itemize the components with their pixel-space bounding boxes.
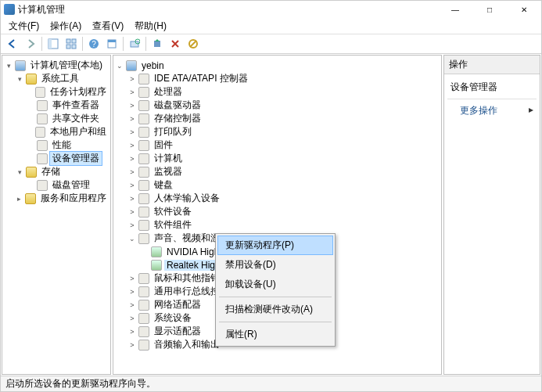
expander-icon[interactable]: ▾ — [15, 74, 24, 84]
separator — [219, 322, 332, 322]
menu-action[interactable]: 操作(A) — [45, 18, 86, 34]
uninstall-button[interactable] — [167, 35, 184, 52]
device-item[interactable]: >监视器 — [115, 165, 440, 178]
expander-icon[interactable]: > — [127, 287, 137, 297]
expander-icon[interactable]: > — [127, 194, 137, 203]
device-item[interactable]: >固件 — [115, 138, 440, 152]
expander-icon[interactable]: > — [127, 141, 137, 150]
device-item[interactable]: >打印队列 — [115, 125, 440, 138]
device-item[interactable]: >IDE ATA/ATAPI 控制器 — [115, 72, 440, 85]
separator — [219, 297, 332, 297]
expander-icon[interactable]: ▸ — [15, 194, 24, 203]
device-item[interactable]: >磁盘驱动器 — [115, 99, 440, 112]
show-hide-tree-button[interactable] — [45, 35, 62, 52]
device-label: 键盘 — [152, 178, 175, 192]
device-icon — [138, 100, 149, 111]
device-label: 音频输入和输出 — [152, 338, 222, 351]
ctx-disable[interactable]: 禁用设备(D) — [217, 255, 333, 275]
tree-label: 任务计划程序 — [48, 85, 109, 99]
expander-icon[interactable]: > — [127, 128, 137, 137]
window-title: 计算机管理 — [18, 3, 65, 16]
expander-icon[interactable]: > — [127, 340, 137, 350]
device-label: 网络适配器 — [152, 298, 203, 311]
left-nav-tree[interactable]: ▾计算机管理(本地)▾系统工具任务计划程序事件查看器共享文件夹本地用户和组性能设… — [2, 55, 111, 375]
expander-icon[interactable]: > — [127, 101, 137, 110]
ctx-scan[interactable]: 扫描检测硬件改动(A) — [217, 300, 333, 319]
expander-icon[interactable]: > — [127, 300, 137, 310]
tree-item[interactable]: 设备管理器 — [4, 152, 109, 165]
expander-icon[interactable]: > — [127, 221, 137, 230]
expander-icon[interactable]: > — [127, 274, 137, 283]
device-label: 软件设备 — [152, 205, 194, 218]
expander-icon[interactable]: > — [127, 181, 137, 190]
expander-icon[interactable]: ⌄ — [127, 234, 137, 243]
tree-item[interactable]: ▾存储 — [4, 165, 109, 178]
menu-file[interactable]: 文件(F) — [4, 18, 44, 34]
svg-rect-12 — [154, 41, 160, 47]
device-item[interactable]: >处理器 — [115, 85, 440, 99]
device-label: 计算机 — [152, 152, 185, 165]
expander-icon[interactable]: ▾ — [15, 167, 24, 177]
help-button[interactable]: ? — [85, 35, 102, 52]
device-icon — [138, 74, 149, 85]
tree-item[interactable]: 性能 — [4, 138, 109, 152]
tree-item[interactable]: 共享文件夹 — [4, 112, 109, 125]
more-actions-link[interactable]: 更多操作 ▸ — [447, 102, 537, 119]
device-item[interactable]: ⌄yebin — [115, 59, 440, 72]
forward-button[interactable] — [22, 35, 39, 52]
tree-item[interactable]: 任务计划程序 — [4, 85, 109, 99]
expander-icon[interactable]: > — [127, 74, 137, 84]
scan-hardware-button[interactable] — [126, 35, 143, 52]
expander-icon[interactable]: > — [127, 114, 137, 124]
audio-icon — [151, 260, 162, 271]
device-icon — [138, 153, 149, 164]
tree-item[interactable]: 磁盘管理 — [4, 178, 109, 192]
tree-item[interactable]: 事件查看器 — [4, 99, 109, 112]
device-icon — [138, 193, 149, 204]
ctx-properties[interactable]: 属性(R) — [217, 325, 333, 344]
expander-icon[interactable]: ▾ — [4, 61, 13, 70]
status-bar: 启动所选设备的更新驱动程序向导。 — [1, 376, 541, 391]
tree-item[interactable]: ▾系统工具 — [4, 72, 109, 85]
expander-icon[interactable]: ⌄ — [115, 61, 124, 70]
disable-button[interactable] — [185, 35, 202, 52]
minimize-button[interactable]: — — [438, 1, 472, 18]
ctx-uninstall[interactable]: 卸载设备(U) — [217, 275, 333, 294]
device-icon — [138, 220, 149, 231]
device-label: 显示适配器 — [152, 325, 203, 338]
device-tree[interactable]: ⌄yebin>IDE ATA/ATAPI 控制器>处理器>磁盘驱动器>存储控制器… — [113, 55, 442, 375]
device-item[interactable]: >软件组件 — [115, 218, 440, 232]
menu-help[interactable]: 帮助(H) — [130, 18, 171, 34]
close-button[interactable]: ✕ — [507, 1, 541, 18]
svg-rect-3 — [72, 39, 76, 43]
back-button[interactable] — [4, 35, 21, 52]
device-icon — [138, 233, 149, 244]
status-text: 启动所选设备的更新驱动程序向导。 — [5, 377, 156, 390]
device-icon — [138, 87, 149, 98]
expander-icon[interactable]: > — [127, 314, 137, 323]
tree-item[interactable]: ▾计算机管理(本地) — [4, 59, 109, 72]
tree-item[interactable]: 本地用户和组 — [4, 125, 109, 138]
expander-icon[interactable]: > — [127, 207, 137, 217]
device-item[interactable]: >软件设备 — [115, 205, 440, 218]
expander-icon[interactable]: > — [127, 327, 137, 336]
tree-label: 服务和应用程序 — [38, 192, 109, 205]
device-item[interactable]: >键盘 — [115, 178, 440, 192]
device-item[interactable]: >存储控制器 — [115, 112, 440, 125]
update-driver-button[interactable] — [149, 35, 166, 52]
maximize-button[interactable]: □ — [472, 1, 507, 18]
properties-button[interactable] — [103, 35, 120, 52]
view-icons-button[interactable] — [63, 35, 80, 52]
folder-icon — [26, 167, 37, 178]
menu-view[interactable]: 查看(V) — [88, 18, 128, 34]
device-icon — [138, 340, 149, 351]
expander-icon[interactable]: > — [127, 167, 137, 177]
tree-item[interactable]: ▸服务和应用程序 — [4, 192, 109, 205]
device-item[interactable]: >人体学输入设备 — [115, 192, 440, 205]
folder-icon — [25, 193, 36, 204]
device-item[interactable]: >计算机 — [115, 152, 440, 165]
tree-label: 本地用户和组 — [48, 125, 109, 138]
ctx-update-driver[interactable]: 更新驱动程序(P) — [217, 236, 333, 255]
expander-icon[interactable]: > — [127, 88, 137, 97]
expander-icon[interactable]: > — [127, 154, 137, 164]
